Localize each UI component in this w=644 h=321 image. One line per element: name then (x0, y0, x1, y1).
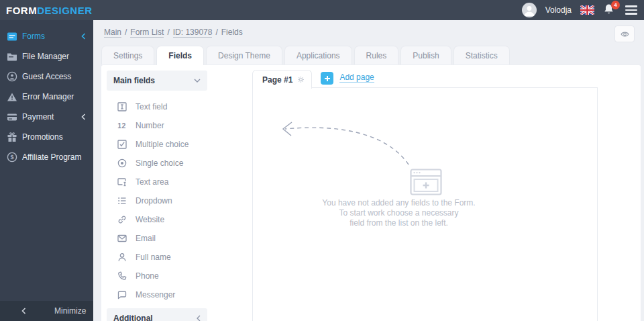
tab-publish[interactable]: Publish (400, 46, 451, 64)
person-icon (116, 252, 127, 263)
sidebar-item-label: Affiliate Program (22, 152, 87, 162)
uk-flag-icon[interactable] (580, 5, 594, 15)
eye-icon (621, 31, 629, 38)
field-type-dropdown[interactable]: Dropdown (101, 191, 252, 210)
page-tabs: Page #1 Add page (252, 65, 641, 88)
sidebar-item-payment[interactable]: Payment (0, 107, 93, 127)
field-type-label: Text area (136, 177, 168, 187)
field-type-text-area[interactable]: Text area (101, 173, 252, 191)
field-type-messenger[interactable]: Messenger (101, 285, 252, 304)
breadcrumb-form-id[interactable]: ID: 139078 (173, 28, 213, 38)
header-actions: Volodja 4 (522, 3, 637, 17)
sidebar-item-label: Forms (22, 32, 81, 41)
chevron-down-icon (194, 79, 201, 83)
additional-fields-group-header[interactable]: Additional (107, 308, 207, 321)
main-fields-group-header[interactable]: Main fields (107, 71, 207, 91)
phone-icon (116, 271, 127, 282)
form-page-canvas[interactable]: You have not added any fields to the For… (252, 87, 598, 321)
add-page-button[interactable] (321, 72, 333, 85)
link-icon (116, 214, 127, 226)
field-type-label: Phone (136, 271, 159, 281)
speech-bubble-icon (116, 289, 127, 301)
sidebar-item-error-manager[interactable]: Error Manager (0, 87, 93, 107)
sidebar-item-guest-access[interactable]: Guest Access (0, 66, 93, 87)
sidebar-item-label: File Manager (22, 52, 87, 61)
empty-state-line: field from the list on the left. (270, 218, 528, 228)
breadcrumb-separator: / (215, 28, 217, 37)
credit-card-icon (6, 111, 17, 122)
sidebar-item-affiliate-program[interactable]: $ Affiliate Program (0, 147, 93, 167)
field-type-label: Multiple choice (136, 140, 189, 149)
minimize-label: Minimize (54, 306, 86, 316)
sidebar-minimize-button[interactable]: Minimize (0, 301, 93, 321)
tab-fields[interactable]: Fields (156, 46, 204, 65)
sidebar-item-label: Error Manager (22, 92, 87, 101)
field-type-website[interactable]: Website (101, 210, 252, 229)
field-type-label: Messenger (136, 290, 175, 300)
chevron-left-icon (197, 315, 201, 321)
tab-applications[interactable]: Applications (284, 46, 352, 64)
logo-part-1: FORM (6, 5, 37, 16)
top-header: FORMDESIGNER Volodja 4 (0, 0, 644, 20)
breadcrumb: Main / Form List / ID: 139078 / Fields (93, 20, 644, 44)
user-name[interactable]: Volodja (545, 5, 572, 15)
field-type-single-choice[interactable]: Single choice (101, 154, 252, 173)
page-settings-icon[interactable] (297, 76, 305, 83)
dropdown-list-icon (116, 195, 127, 207)
sidebar-item-label: Payment (22, 112, 81, 122)
page-builder-area: Page #1 Add page (252, 65, 641, 321)
empty-window-icon (410, 169, 442, 197)
empty-state-line: To start work choose a necessary (270, 208, 528, 218)
folder-icon (6, 51, 17, 62)
breadcrumb-main[interactable]: Main (104, 28, 121, 38)
field-type-label: Single choice (136, 158, 183, 168)
field-type-email[interactable]: Email (101, 229, 252, 248)
preview-button[interactable] (614, 26, 635, 42)
logo-part-2: DESIGNER (37, 5, 92, 16)
field-type-number[interactable]: 12 Number (101, 116, 252, 135)
field-type-text-field[interactable]: Text field (101, 97, 252, 116)
breadcrumb-current: Fields (221, 28, 243, 37)
avatar-person-icon (522, 3, 537, 17)
sidebar: Forms File Manager Guest Access Error Ma… (0, 20, 93, 321)
user-avatar[interactable] (522, 3, 537, 17)
gift-icon (6, 132, 17, 142)
envelope-icon (116, 233, 127, 244)
breadcrumb-form-list[interactable]: Form List (130, 28, 164, 38)
field-type-full-name[interactable]: Full name (101, 248, 252, 267)
radio-icon (116, 158, 127, 169)
group-label: Main fields (113, 76, 194, 85)
field-types-panel: Main fields Text field 12 Number (101, 65, 252, 321)
warning-icon (6, 91, 17, 102)
chevron-left-icon (81, 113, 87, 120)
add-page-link[interactable]: Add page (339, 73, 374, 83)
tab-rules[interactable]: Rules (354, 46, 399, 64)
sidebar-item-promotions[interactable]: Promotions (0, 127, 93, 147)
notifications-button[interactable]: 4 (603, 3, 616, 17)
fields-tab-card: Main fields Text field 12 Number (101, 64, 641, 321)
checkbox-icon (116, 139, 127, 150)
breadcrumb-separator: / (167, 28, 169, 37)
app-logo[interactable]: FORMDESIGNER (6, 5, 93, 16)
field-type-multiple-choice[interactable]: Multiple choice (101, 135, 252, 154)
page-tab-label: Page #1 (262, 75, 292, 85)
tab-design-theme[interactable]: Design Theme (206, 46, 282, 64)
forms-icon (6, 31, 17, 42)
main-content: Main / Form List / ID: 139078 / Fields S… (93, 20, 644, 321)
sidebar-item-forms[interactable]: Forms (0, 26, 93, 46)
tab-statistics[interactable]: Statistics (453, 46, 510, 64)
field-type-label: Text field (136, 102, 167, 111)
page-tab-1[interactable]: Page #1 (252, 70, 312, 89)
chevron-left-icon (81, 33, 87, 40)
hamburger-menu-icon[interactable] (625, 3, 637, 16)
dollar-icon: $ (6, 152, 17, 163)
tab-settings[interactable]: Settings (101, 46, 154, 64)
field-type-phone[interactable]: Phone (101, 267, 252, 285)
sidebar-item-label: Promotions (22, 132, 87, 142)
breadcrumb-separator: / (125, 28, 127, 37)
empty-state-line: You have not added any fields to the For… (270, 198, 528, 208)
sidebar-item-file-manager[interactable]: File Manager (0, 46, 93, 66)
field-type-label: Number (136, 121, 164, 130)
field-type-label: Full name (136, 253, 171, 262)
empty-state-message: You have not added any fields to the For… (270, 198, 528, 228)
